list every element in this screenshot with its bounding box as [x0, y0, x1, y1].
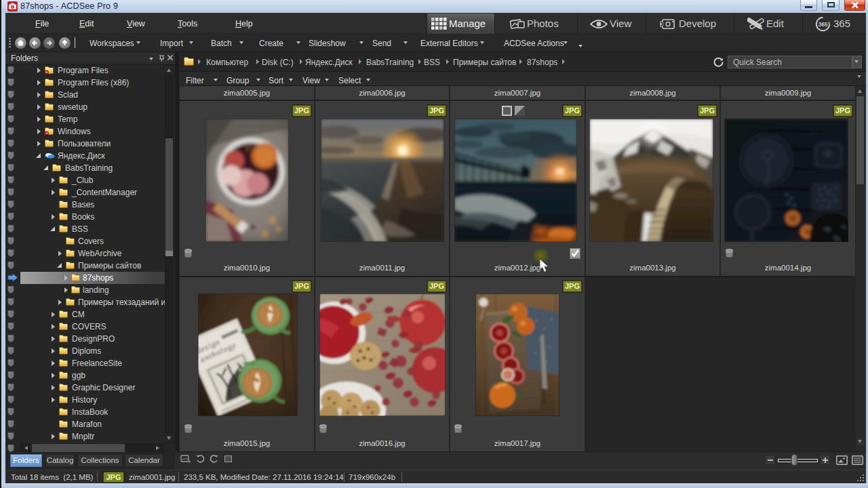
svg-text:365: 365 — [818, 22, 828, 28]
